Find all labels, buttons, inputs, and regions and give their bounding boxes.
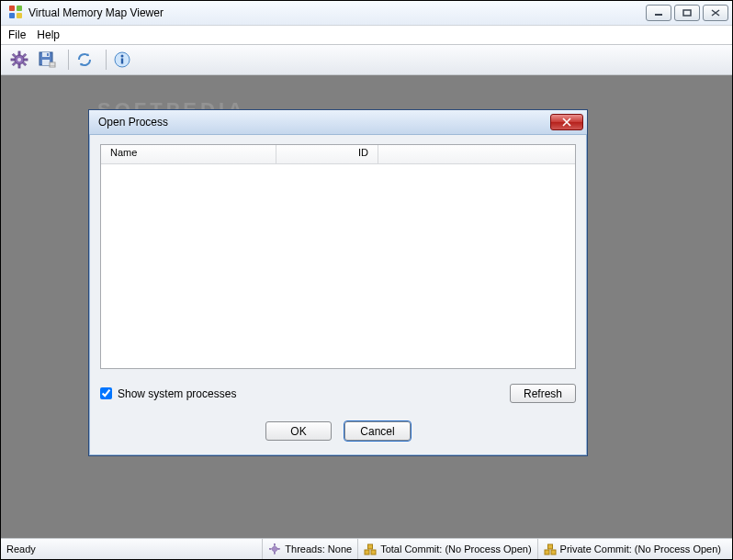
dialog-close-button[interactable] <box>550 114 583 130</box>
svg-rect-20 <box>50 62 55 67</box>
menu-help[interactable]: Help <box>37 28 60 41</box>
svg-rect-9 <box>11 59 15 61</box>
status-private-commit: Private Commit: (No Process Open) <box>537 539 727 559</box>
ok-button[interactable]: OK <box>265 421 332 441</box>
maximize-button[interactable] <box>674 5 700 21</box>
show-system-label: Show system processes <box>118 387 236 400</box>
list-header: Name ID <box>101 145 575 164</box>
svg-rect-10 <box>24 59 28 61</box>
status-ready: Ready <box>6 543 262 554</box>
toolbar-separator <box>106 50 107 70</box>
svg-rect-1 <box>17 6 22 11</box>
dialog-title-bar: Open Process <box>89 110 587 135</box>
dialog-body: Name ID Show system processes Refresh OK… <box>89 135 587 455</box>
svg-rect-5 <box>683 10 691 16</box>
svg-rect-26 <box>275 553 276 554</box>
gear-icon[interactable] <box>8 49 30 71</box>
refresh-icon[interactable] <box>73 49 96 71</box>
svg-rect-32 <box>545 550 549 554</box>
show-system-checkbox[interactable]: Show system processes <box>100 387 236 400</box>
svg-rect-28 <box>278 548 280 549</box>
status-threads: Threads: None <box>262 539 357 559</box>
cancel-button[interactable]: Cancel <box>344 421 411 441</box>
svg-rect-11 <box>12 53 16 57</box>
toolbar <box>1 44 732 75</box>
close-button[interactable] <box>703 5 728 21</box>
minimize-button[interactable] <box>646 5 671 21</box>
svg-rect-12 <box>22 62 26 65</box>
svg-rect-31 <box>368 544 373 549</box>
svg-rect-33 <box>551 550 556 554</box>
svg-rect-29 <box>365 550 369 554</box>
status-total-commit: Total Commit: (No Process Open) <box>357 539 536 559</box>
svg-rect-23 <box>121 59 123 64</box>
svg-rect-18 <box>42 60 50 65</box>
svg-rect-3 <box>17 13 22 18</box>
svg-rect-27 <box>270 548 272 549</box>
window-title: Virtual Memory Map Viewer <box>28 6 643 19</box>
svg-rect-14 <box>22 53 26 57</box>
svg-point-22 <box>121 55 124 58</box>
column-id[interactable]: ID <box>276 145 378 163</box>
open-process-dialog: Open Process Name ID Show system process… <box>88 109 588 456</box>
info-icon[interactable] <box>111 49 133 71</box>
svg-rect-19 <box>47 53 49 56</box>
svg-rect-0 <box>9 6 15 11</box>
save-icon[interactable] <box>36 49 58 71</box>
menu-bar: File Help <box>1 26 732 44</box>
svg-rect-8 <box>18 64 20 68</box>
content-area: SOFTPEDIA www.softpedia.com Open Process… <box>1 75 732 538</box>
dialog-title: Open Process <box>98 116 550 129</box>
svg-rect-25 <box>275 543 276 545</box>
svg-rect-34 <box>547 544 552 549</box>
process-list[interactable]: Name ID <box>100 144 576 369</box>
show-system-checkbox-input[interactable] <box>100 387 112 399</box>
svg-rect-7 <box>18 51 20 55</box>
svg-rect-4 <box>655 14 662 16</box>
toolbar-separator <box>68 50 69 70</box>
svg-rect-2 <box>9 13 15 18</box>
status-bar: Ready Threads: None Total Commit: (No Pr… <box>1 538 732 559</box>
column-name[interactable]: Name <box>101 145 276 163</box>
main-window: Virtual Memory Map Viewer File Help <box>0 0 733 560</box>
svg-rect-30 <box>371 550 376 554</box>
app-icon <box>8 5 23 22</box>
svg-point-15 <box>17 58 21 62</box>
svg-point-24 <box>273 546 278 552</box>
svg-rect-13 <box>12 62 16 65</box>
refresh-button[interactable]: Refresh <box>510 384 576 403</box>
menu-file[interactable]: File <box>8 28 26 41</box>
title-bar: Virtual Memory Map Viewer <box>1 1 732 26</box>
